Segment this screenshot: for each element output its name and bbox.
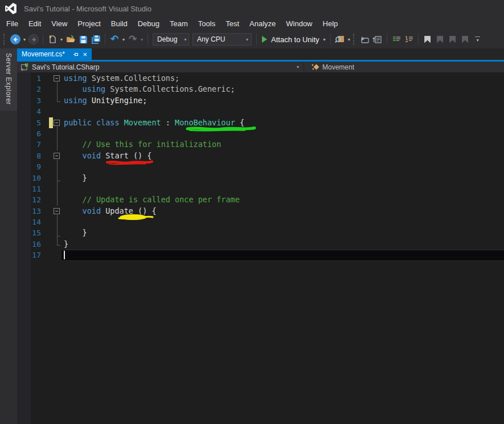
attach-to-unity-button[interactable]: Attach to Unity	[260, 32, 322, 46]
menu-item-team[interactable]: Team	[165, 17, 193, 30]
code-text[interactable]: using UnityEngine;	[62, 95, 504, 106]
server-explorer-tab[interactable]: Server Explorer	[0, 48, 17, 111]
code-line-8[interactable]: 8− void Start () {	[17, 150, 504, 161]
code-line-10[interactable]: 10 }	[17, 173, 504, 184]
toggle-bookmark-button[interactable]	[421, 32, 434, 46]
member-dropdown[interactable]: Movement	[304, 62, 504, 72]
navigate-forward-button[interactable]	[27, 32, 40, 46]
toolbar-overflow-button[interactable]: ▾	[472, 32, 484, 46]
line-number[interactable]: 16	[17, 239, 49, 250]
toolbar-grip[interactable]	[3, 34, 7, 45]
outlining-margin[interactable]: −	[53, 150, 62, 161]
code-line-6[interactable]: 6	[17, 128, 504, 139]
line-number[interactable]: 6	[17, 128, 49, 139]
outlining-margin[interactable]: −	[53, 206, 62, 217]
code-line-1[interactable]: 1−using System.Collections;	[17, 73, 504, 84]
code-text[interactable]	[62, 217, 504, 227]
code-line-17[interactable]: 17	[17, 250, 504, 260]
parameter-info-button[interactable]	[371, 32, 384, 46]
code-text[interactable]: using System.Collections;	[62, 73, 504, 84]
code-line-16[interactable]: 16}	[17, 239, 504, 250]
line-number[interactable]: 11	[17, 184, 49, 194]
previous-bookmark-button[interactable]	[434, 32, 446, 46]
uncomment-lines-button[interactable]	[403, 32, 415, 46]
code-text[interactable]	[62, 106, 504, 117]
clear-bookmarks-button[interactable]	[459, 32, 472, 46]
code-text[interactable]: }	[62, 239, 504, 250]
toolbar-grip-2[interactable]	[353, 34, 357, 45]
quick-info-button[interactable]	[359, 32, 371, 46]
menu-item-test[interactable]: Test	[220, 17, 244, 30]
menu-item-view[interactable]: View	[46, 17, 72, 30]
line-number[interactable]: 14	[17, 217, 49, 227]
line-number[interactable]: 9	[17, 161, 49, 172]
menu-item-help[interactable]: Help	[318, 17, 343, 30]
code-text[interactable]: public class Movement : MonoBehaviour {	[62, 117, 504, 128]
collapse-box-icon[interactable]: −	[54, 75, 60, 81]
solution-platform-combo[interactable]: Any CPU ▾	[192, 33, 252, 46]
project-dropdown[interactable]: Savi's Tutorial.CSharp ▾	[17, 62, 304, 72]
find-dropdown[interactable]: ▾	[346, 37, 352, 42]
new-item-dropdown[interactable]: ▾	[59, 37, 64, 42]
line-number[interactable]: 12	[17, 194, 49, 205]
next-bookmark-button[interactable]	[446, 32, 459, 46]
menu-item-debug[interactable]: Debug	[133, 17, 165, 30]
menu-item-file[interactable]: File	[1, 17, 23, 30]
line-number[interactable]: 4	[17, 106, 49, 117]
code-text[interactable]: void Start () {	[62, 150, 504, 161]
navigate-backward-dropdown[interactable]: ▾	[22, 37, 27, 42]
tab-movement-cs[interactable]: Movement.cs* ×	[17, 48, 92, 60]
code-line-4[interactable]: 4	[17, 106, 504, 117]
line-number[interactable]: 8	[17, 150, 49, 161]
code-text[interactable]: // Use this for initialization	[62, 139, 504, 150]
code-line-13[interactable]: 13− void Update () {	[17, 206, 504, 217]
code-text[interactable]: }	[62, 173, 504, 184]
outlining-margin[interactable]: −	[53, 73, 62, 84]
line-number[interactable]: 3	[17, 95, 49, 106]
pin-icon[interactable]	[73, 51, 79, 58]
attach-dropdown[interactable]: ▾	[322, 37, 327, 42]
outlining-margin[interactable]: −	[53, 117, 62, 128]
menu-item-analyze[interactable]: Analyze	[244, 17, 281, 30]
code-editor[interactable]: 1−using System.Collections;2 using Syste…	[17, 72, 504, 424]
code-text[interactable]: using System.Collections.Generic;	[62, 84, 504, 95]
line-number[interactable]: 1	[17, 73, 49, 84]
line-number[interactable]: 13	[17, 206, 49, 217]
line-number[interactable]: 17	[17, 250, 49, 260]
code-text[interactable]	[62, 128, 504, 139]
line-number[interactable]: 7	[17, 139, 49, 150]
code-line-12[interactable]: 12 // Update is called once per frame	[17, 194, 504, 205]
save-button[interactable]	[77, 32, 89, 46]
code-line-14[interactable]: 14	[17, 217, 504, 227]
open-file-button[interactable]	[64, 32, 77, 46]
menu-item-build[interactable]: Build	[106, 17, 133, 30]
menu-item-edit[interactable]: Edit	[23, 17, 46, 30]
save-all-button[interactable]	[89, 32, 102, 46]
code-text[interactable]	[62, 161, 504, 172]
collapse-box-icon[interactable]: −	[54, 208, 60, 214]
menu-item-tools[interactable]: Tools	[193, 17, 220, 30]
code-line-5[interactable]: 5−public class Movement : MonoBehaviour …	[17, 117, 504, 128]
code-text[interactable]: void Update () {	[62, 206, 504, 217]
code-line-9[interactable]: 9	[17, 161, 504, 172]
code-line-7[interactable]: 7 // Use this for initialization	[17, 139, 504, 150]
collapse-box-icon[interactable]: −	[54, 120, 60, 126]
code-text[interactable]	[62, 184, 504, 194]
close-icon[interactable]: ×	[81, 51, 88, 58]
redo-dropdown[interactable]: ▾	[139, 37, 145, 42]
comment-lines-button[interactable]	[390, 32, 403, 46]
code-line-15[interactable]: 15 }	[17, 227, 504, 238]
undo-dropdown[interactable]: ▾	[121, 37, 126, 42]
undo-button[interactable]: ↶	[108, 32, 121, 46]
redo-button[interactable]: ↷	[126, 32, 139, 46]
code-line-2[interactable]: 2 using System.Collections.Generic;	[17, 84, 504, 95]
line-number[interactable]: 5	[17, 117, 49, 128]
code-text[interactable]: }	[62, 227, 504, 238]
line-number[interactable]: 15	[17, 227, 49, 238]
code-line-11[interactable]: 11	[17, 184, 504, 194]
code-text[interactable]: // Update is called once per frame	[62, 194, 504, 205]
code-line-3[interactable]: 3using UnityEngine;	[17, 95, 504, 106]
navigate-backward-button[interactable]	[9, 32, 22, 46]
find-in-files-button[interactable]	[334, 32, 346, 46]
line-number[interactable]: 10	[17, 173, 49, 184]
